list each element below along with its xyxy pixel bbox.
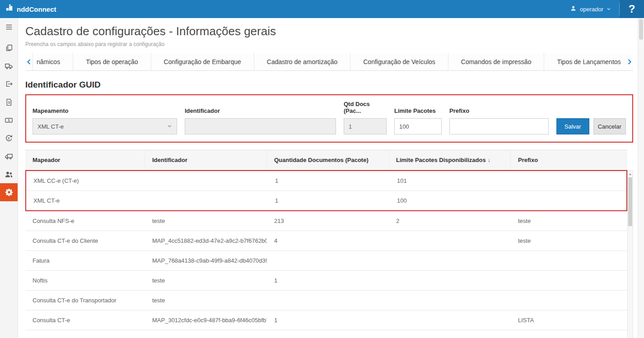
- sidebar: $ $: [0, 18, 18, 338]
- banknote-icon[interactable]: $: [0, 111, 18, 129]
- tab-tipos-de-operacao[interactable]: Tipos de operação: [73, 53, 151, 70]
- settings-gear-icon[interactable]: [0, 183, 18, 201]
- document-icon[interactable]: [0, 93, 18, 111]
- field-qtd-docs: Qtd Docs (Pac...: [344, 101, 387, 134]
- scroll-up-arrow-icon[interactable]: ▲: [628, 171, 633, 177]
- column-header-limite-pacotes[interactable]: Limite Pacotes Disponibilizados↓: [389, 150, 511, 170]
- page-subtitle: Preencha os campos abaixo para registrar…: [25, 41, 633, 47]
- identificador-input[interactable]: [185, 118, 336, 134]
- page-scrollbar-thumb[interactable]: [639, 19, 643, 40]
- cancel-button[interactable]: Cancelar: [593, 118, 626, 134]
- help-button[interactable]: ?: [620, 0, 644, 18]
- users-icon[interactable]: [0, 165, 18, 183]
- mapeamento-selected-value: XML CT-e: [37, 123, 64, 130]
- export-icon[interactable]: [0, 75, 18, 93]
- column-header-mapeador[interactable]: Mapeador: [25, 150, 145, 170]
- mapeamento-label: Mapeamento: [33, 107, 177, 114]
- section-title: Identificador GUID: [25, 80, 633, 90]
- page-scrollbar[interactable]: [638, 18, 644, 338]
- column-header-identificador[interactable]: Identificador: [145, 150, 267, 170]
- limite-pacotes-input[interactable]: [394, 118, 442, 134]
- table-row[interactable]: Consulta CT-e do Transportador teste: [25, 291, 627, 310]
- select-chevron-down-icon: [167, 123, 172, 130]
- qtd-docs-label: Qtd Docs (Pac...: [344, 101, 387, 114]
- chevron-down-icon: [607, 6, 611, 13]
- table-row[interactable]: XML CC-e (CT-e) 1 101: [26, 171, 626, 191]
- tabbar: nâmicos Tipos de operação Configuração d…: [25, 53, 633, 71]
- tabs-scroll-right-icon[interactable]: [626, 53, 633, 70]
- money-refresh-icon[interactable]: $: [0, 129, 18, 147]
- tab-dinamicos[interactable]: nâmicos: [33, 53, 73, 70]
- user-name: operador: [580, 6, 603, 13]
- column-header-quantidade[interactable]: Quantidade Documentos (Pacote): [267, 150, 389, 170]
- tabs: nâmicos Tipos de operação Configuração d…: [33, 53, 626, 70]
- field-limite-pacotes: Limite Pacotes: [394, 107, 442, 134]
- ndd-logo-icon: [5, 4, 14, 14]
- brand-name: nddConnect: [17, 5, 56, 13]
- config-form: Mapeamento XML CT-e Identificador Qtd Do…: [33, 101, 626, 134]
- prefixo-input[interactable]: [449, 118, 549, 134]
- truck-icon[interactable]: [0, 57, 18, 75]
- user-menu[interactable]: operador: [562, 0, 619, 18]
- brand[interactable]: nddConnect: [0, 0, 56, 18]
- table-scrollbar[interactable]: ▲: [627, 170, 633, 338]
- limite-pacotes-label: Limite Pacotes: [394, 107, 442, 114]
- table-row[interactable]: Consulta CT-e (Embarque) teste 1: [25, 330, 627, 338]
- content: Cadastro de configurações - Informações …: [18, 18, 638, 338]
- annotation-box-rows: XML CC-e (CT-e) 1 101 XML CT-e 1 100: [25, 170, 627, 211]
- user-icon: [570, 5, 577, 13]
- table-row[interactable]: Consulta CT-e do Cliente MAP_4cc51882-ed…: [25, 231, 627, 251]
- table-row[interactable]: Noftis teste 1: [25, 271, 627, 291]
- svg-text:$: $: [8, 118, 10, 122]
- tabs-scroll-left-icon[interactable]: [25, 53, 33, 70]
- topbar-right: operador ?: [562, 0, 644, 18]
- field-prefixo: Prefixo: [449, 107, 549, 134]
- table-row[interactable]: Fatura MAP_768a4138-c9ab-49f9-a842-db407…: [25, 251, 627, 271]
- table-row[interactable]: XML CT-e 1 100: [26, 191, 626, 210]
- page-title: Cadastro de configurações - Informações …: [25, 24, 633, 38]
- copy-pages-icon[interactable]: [0, 39, 18, 57]
- table-header: Mapeador Identificador Quantidade Docume…: [25, 150, 627, 170]
- field-mapeamento: Mapeamento XML CT-e: [33, 107, 177, 134]
- identificador-label: Identificador: [185, 107, 336, 114]
- menu-icon[interactable]: [0, 18, 18, 36]
- svg-text:$: $: [8, 136, 10, 140]
- field-identificador: Identificador: [185, 107, 336, 134]
- table-row[interactable]: Consulta NFS-e teste 213 2 teste: [25, 211, 627, 231]
- tab-configuracao-de-veiculos[interactable]: Configuração de Veículos: [350, 53, 448, 70]
- mapping-table: Mapeador Identificador Quantidade Docume…: [25, 150, 633, 338]
- prefixo-label: Prefixo: [449, 107, 549, 114]
- qtd-docs-input[interactable]: [344, 118, 387, 134]
- tab-cadastro-de-amortizacao[interactable]: Cadastro de amortização: [254, 53, 350, 70]
- mapeamento-select[interactable]: XML CT-e: [33, 118, 177, 134]
- delivery-truck-icon[interactable]: [0, 147, 18, 165]
- table-scrollbar-thumb[interactable]: [628, 177, 632, 226]
- annotation-box-form: Mapeamento XML CT-e Identificador Qtd Do…: [25, 94, 633, 143]
- tab-configuracao-de-embarque[interactable]: Configuração de Embarque: [151, 53, 254, 70]
- save-button[interactable]: Salvar: [556, 118, 589, 134]
- column-header-prefixo[interactable]: Prefixo: [511, 150, 627, 170]
- table-row[interactable]: Consulta CT-e MAP_3012cfdc-e0c9-487f-bba…: [25, 310, 627, 330]
- topbar: nddConnect operador ?: [0, 0, 644, 18]
- sort-desc-icon: ↓: [488, 157, 490, 163]
- tab-comandos-de-impressao[interactable]: Comandos de impressão: [448, 53, 545, 70]
- main-row: $ $ Cadastro de configurações - Informaç…: [0, 18, 644, 338]
- tab-tipos-de-lancamentos[interactable]: Tipos de Lançamentos: [544, 53, 626, 70]
